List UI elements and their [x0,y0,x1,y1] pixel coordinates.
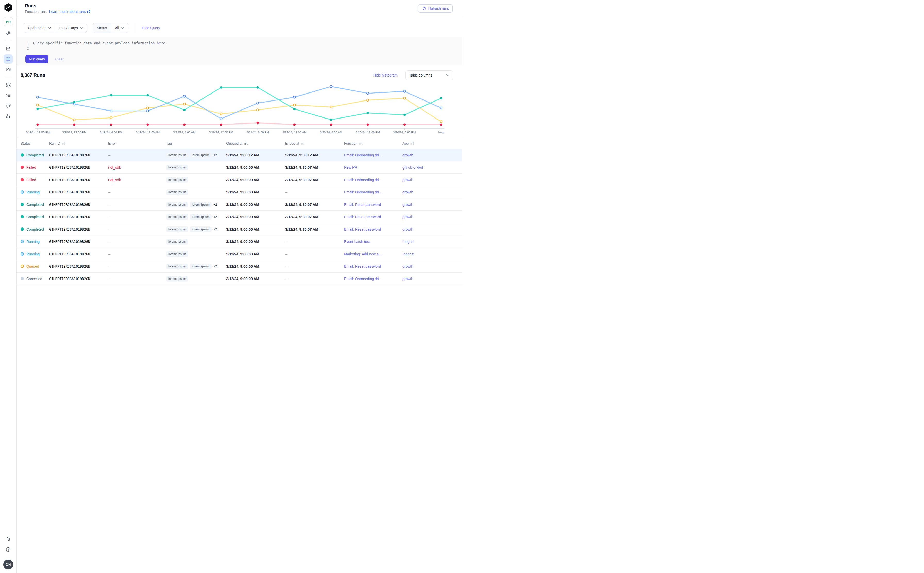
chart-point-queued[interactable] [366,99,369,101]
cell-app-link[interactable]: growth [402,153,462,157]
chart-point-failed[interactable] [366,124,369,126]
chart-point-completed[interactable] [36,108,39,110]
sidebar-item-deploys[interactable] [4,101,13,110]
chart-point-running[interactable] [257,102,259,104]
cell-app-link[interactable]: growth [402,277,462,281]
column-header-app[interactable]: App [402,141,462,145]
table-row[interactable]: Completed01HRPT19RJSA1019B2GN–lorem: ips… [17,198,462,211]
cell-function-link[interactable]: Email: Onboarding dri… [344,153,402,157]
chart-point-queued[interactable] [403,97,405,99]
cell-app-link[interactable]: growth [402,215,462,219]
chart-point-failed[interactable] [110,124,112,126]
environment-badge[interactable]: PR [4,17,13,26]
sidebar-item-debugger[interactable] [4,65,13,74]
cell-function-link[interactable]: Email: Onboarding dri… [344,277,402,281]
status-filter-dropdown[interactable]: All [111,23,128,33]
table-row[interactable]: Failed01HRPT19RJSA1019B2GNnot_sdklorem: … [17,174,462,186]
chart-point-completed[interactable] [110,94,112,96]
time-range-dropdown[interactable]: Last 3 Days [55,23,87,33]
refresh-runs-button[interactable]: Refresh runs [418,5,453,13]
chart-point-completed[interactable] [73,101,75,103]
chart-point-running[interactable] [293,96,295,98]
chart-point-running[interactable] [330,85,332,87]
column-header-ended-at[interactable]: Ended at [285,141,344,145]
table-row[interactable]: Running01HRPT19RJSA1019B2GN–lorem: ipsum… [17,235,462,248]
table-row[interactable]: Queued01HRPT19RJSA1019B2GN–lorem: ipsuml… [17,260,462,272]
run-query-button[interactable]: Run query [25,55,49,63]
cell-app-link[interactable]: growth [402,178,462,182]
cell-function-link[interactable]: Email: Onboarding dri… [344,178,402,182]
chart-point-completed[interactable] [293,108,296,110]
cell-function-link[interactable]: Email: Reset password [344,215,402,219]
sidebar-item-metrics[interactable] [4,44,13,53]
chart-point-running[interactable] [220,118,222,120]
inngest-logo-icon[interactable] [4,3,13,12]
chart-point-failed[interactable] [36,124,39,126]
hide-histogram-link[interactable]: Hide histogram [373,73,398,77]
chart-point-running[interactable] [366,92,369,94]
sidebar-item-webhooks[interactable] [4,111,13,121]
cell-function-link[interactable]: New PR [344,165,402,169]
chart-point-completed[interactable] [146,94,149,96]
sidebar-item-runs[interactable] [4,54,13,64]
learn-more-link[interactable]: Learn more about runs [49,9,91,14]
cell-function-link[interactable]: Event batch test [344,240,402,244]
chart-point-queued[interactable] [110,117,112,119]
chart-point-completed[interactable] [366,112,369,114]
table-row[interactable]: Completed01HRPT19RJSA1019B2GN–lorem: ips… [17,211,462,223]
chart-point-failed[interactable] [220,124,222,126]
chart-point-queued[interactable] [183,103,185,105]
table-row[interactable]: Completed01HRPT19RJSA1019B2GN–lorem: ips… [17,149,462,161]
chart-point-completed[interactable] [257,86,259,89]
cell-function-link[interactable]: Email: Reset password [344,227,402,232]
chart-point-failed[interactable] [183,124,186,126]
sidebar-item-filters[interactable] [4,28,13,38]
time-field-dropdown[interactable]: Updated at [24,23,55,33]
chart-point-running[interactable] [147,110,149,112]
chart-point-queued[interactable] [330,106,332,108]
chart-point-failed[interactable] [73,124,75,126]
cell-function-link[interactable]: Email: Reset password [344,265,402,268]
sidebar-item-events[interactable] [4,91,13,100]
chart-point-failed[interactable] [403,124,406,126]
cell-app-link[interactable]: growth [402,190,462,194]
sidebar-item-apps[interactable] [4,80,13,90]
table-row[interactable]: Running01HRPT19RJSA1019B2GN–lorem: ipsum… [17,248,462,260]
column-header-run-id[interactable]: Run ID [49,141,108,145]
chart-point-failed[interactable] [330,124,332,126]
column-header-function[interactable]: Function [344,141,402,145]
chart-point-running[interactable] [110,110,112,112]
cell-app-link[interactable]: Inngest [402,252,462,256]
chart-point-running[interactable] [73,103,75,105]
chart-point-queued[interactable] [293,104,295,106]
chart-point-running[interactable] [440,107,442,109]
chart-point-completed[interactable] [330,119,332,121]
chart-point-running[interactable] [183,95,185,97]
cell-app-link[interactable]: Inngest [402,240,462,244]
chart-point-queued[interactable] [220,113,222,115]
cell-app-link[interactable]: growth [402,202,462,207]
chart-point-failed[interactable] [440,124,442,126]
cell-function-link[interactable]: Email: Onboarding dri… [344,190,402,194]
chart-point-failed[interactable] [146,124,149,126]
table-columns-dropdown[interactable]: Table columns [405,70,453,80]
cell-function-link[interactable]: Email: Reset password [344,202,402,207]
chart-point-running[interactable] [403,90,405,92]
chart-point-queued[interactable] [73,119,75,121]
chart-point-queued[interactable] [440,121,442,123]
chart-point-completed[interactable] [183,109,186,111]
chart-point-failed[interactable] [257,122,259,124]
table-row[interactable]: Completed01HRPT19RJSA1019B2GN–lorem: ips… [17,223,462,235]
table-row[interactable]: Failed01HRPT19RJSA1019B2GNnot_sdklorem: … [17,161,462,174]
column-header-queued-at[interactable]: Queued at [226,141,285,145]
chart-point-queued[interactable] [147,107,149,109]
chart-point-failed[interactable] [293,124,296,126]
clear-query-button[interactable]: Clear [55,57,63,61]
table-row[interactable]: Cancelled01HRPT19RJSA1019B2GN–lorem: ips… [17,272,462,285]
chart-point-running[interactable] [37,96,39,98]
table-row[interactable]: Running01HRPT19RJSA1019B2GN–lorem: ipsum… [17,186,462,198]
chart-point-completed[interactable] [220,86,222,89]
cell-app-link[interactable]: growth [402,227,462,232]
cell-app-link[interactable]: github-pr-bot [402,165,462,169]
cell-app-link[interactable]: growth [402,265,462,268]
